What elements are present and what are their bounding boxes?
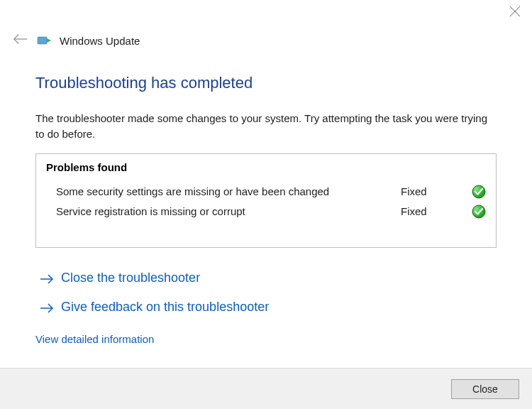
app-title: Windows Update xyxy=(60,35,140,47)
arrow-right-icon xyxy=(40,302,54,312)
problems-found-box: Problems found Some security settings ar… xyxy=(35,153,497,248)
windows-update-icon xyxy=(37,35,51,46)
problem-status: Fixed xyxy=(401,185,472,197)
header-row: Windows Update xyxy=(0,26,532,48)
problems-found-title: Problems found xyxy=(46,161,486,173)
titlebar xyxy=(0,0,532,26)
svg-rect-3 xyxy=(38,37,47,44)
svg-point-6 xyxy=(472,205,485,218)
close-troubleshooter-link[interactable]: Close the troubleshooter xyxy=(35,263,497,293)
action-label: Give feedback on this troubleshooter xyxy=(61,300,269,315)
check-ok-icon xyxy=(472,185,486,199)
give-feedback-link[interactable]: Give feedback on this troubleshooter xyxy=(35,293,497,322)
footer-bar: Close xyxy=(0,368,532,409)
svg-marker-4 xyxy=(47,38,51,43)
page-heading: Troubleshooting has completed xyxy=(35,74,497,92)
back-arrow-icon xyxy=(13,33,28,48)
problem-row: Some security settings are missing or ha… xyxy=(46,182,486,202)
problem-row: Service registration is missing or corru… xyxy=(46,202,486,222)
view-detailed-information-link[interactable]: View detailed information xyxy=(35,333,154,345)
problem-description: Some security settings are missing or ha… xyxy=(56,185,401,197)
content-area: Troubleshooting has completed The troubl… xyxy=(0,48,532,346)
problem-status: Fixed xyxy=(401,205,472,217)
arrow-right-icon xyxy=(40,273,54,283)
page-description: The troubleshooter made some changes to … xyxy=(35,111,497,142)
action-label: Close the troubleshooter xyxy=(61,271,200,285)
problem-description: Service registration is missing or corru… xyxy=(56,205,401,217)
check-ok-icon xyxy=(472,204,486,219)
close-button[interactable]: Close xyxy=(451,379,519,399)
svg-point-5 xyxy=(472,185,485,198)
window-close-icon[interactable] xyxy=(509,6,521,17)
